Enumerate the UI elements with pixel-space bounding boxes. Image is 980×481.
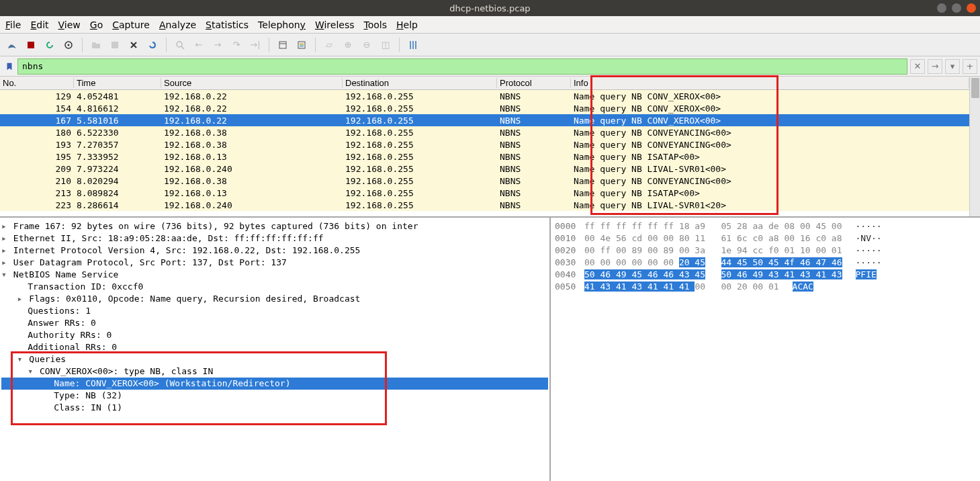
tree-query1[interactable]: ▾ CONV_XEROX<00>: type NB, class IN: [1, 365, 548, 378]
tree-additional[interactable]: Additional RRs: 0: [1, 341, 548, 353]
window-title: dhcp-netbios.pcap: [449, 3, 530, 13]
tree-txid[interactable]: Transaction ID: 0xccf0: [1, 281, 548, 293]
menu-statistics[interactable]: Statistics: [206, 19, 249, 30]
close-file-icon[interactable]: [126, 37, 142, 53]
shark-fin-icon[interactable]: [4, 37, 20, 53]
col-header-dest[interactable]: Destination: [343, 78, 497, 88]
bytes-row[interactable]: 005041 43 41 43 41 41 41 00 00 20 00 01A…: [555, 281, 976, 293]
table-row[interactable]: 1937.270357192.168.0.38192.168.0.255NBNS…: [0, 138, 969, 150]
colorize-icon[interactable]: ▱: [321, 37, 337, 53]
maximize-button[interactable]: [952, 3, 961, 13]
table-row[interactable]: 1957.333952192.168.0.13192.168.0.255NBNS…: [0, 150, 969, 163]
tree-eth[interactable]: ▸ Ethernet II, Src: 18:a9:05:28:aa:de, D…: [1, 232, 548, 245]
tree-frame[interactable]: ▸ Frame 167: 92 bytes on wire (736 bits)…: [1, 220, 548, 232]
goto-icon[interactable]: →|: [247, 37, 263, 53]
packet-bytes-pane[interactable]: 0000ff ff ff ff ff ff 18 a9 05 28 aa de …: [551, 218, 980, 481]
packet-details-pane[interactable]: ▸ Frame 167: 92 bytes on wire (736 bits)…: [0, 218, 551, 481]
tree-ip[interactable]: ▸ Internet Protocol Version 4, Src: 192.…: [1, 245, 548, 257]
tree-udp[interactable]: ▸ User Datagram Protocol, Src Port: 137,…: [1, 257, 548, 269]
menu-file[interactable]: File: [5, 19, 21, 30]
menu-analyze[interactable]: Analyze: [159, 19, 196, 30]
zoom-out-icon[interactable]: ⊖: [359, 37, 375, 53]
tree-name[interactable]: Name: CONV_XEROX<00> (Workstation/Redire…: [1, 378, 548, 390]
packet-list-scrollbar[interactable]: [969, 77, 980, 216]
find-icon[interactable]: [172, 37, 188, 53]
svg-point-2: [68, 44, 70, 46]
table-row[interactable]: 2108.020294192.168.0.38192.168.0.255NBNS…: [0, 175, 969, 187]
tree-class[interactable]: Class: IN (1): [1, 402, 548, 414]
filter-bar: ✕ → ▾ +: [0, 56, 980, 77]
back-icon[interactable]: ←: [191, 37, 207, 53]
open-icon[interactable]: [88, 37, 104, 53]
menu-view[interactable]: View: [58, 19, 81, 30]
filter-clear-button[interactable]: ✕: [910, 59, 925, 74]
filter-add-button[interactable]: +: [963, 59, 977, 74]
menubar: File Edit View Go Capture Analyze Statis…: [0, 16, 980, 34]
menu-telephony[interactable]: Telephony: [258, 19, 306, 30]
tree-flags[interactable]: ▸ Flags: 0x0110, Opcode: Name query, Rec…: [1, 293, 548, 305]
tree-type[interactable]: Type: NB (32): [1, 390, 548, 402]
packet-list-pane: No. Time Source Destination Protocol Inf…: [0, 77, 980, 218]
svg-rect-6: [279, 42, 286, 48]
table-row[interactable]: 2138.089824192.168.0.13192.168.0.255NBNS…: [0, 187, 969, 199]
col-header-source[interactable]: Source: [161, 78, 343, 88]
svg-rect-0: [28, 42, 34, 48]
tree-answer[interactable]: Answer RRs: 0: [1, 317, 548, 329]
packet-list-header[interactable]: No. Time Source Destination Protocol Inf…: [0, 77, 969, 90]
forward-icon[interactable]: →: [210, 37, 226, 53]
stop-capture-icon[interactable]: [23, 37, 39, 53]
auto-scroll-icon[interactable]: [294, 37, 310, 53]
titlebar: dhcp-netbios.pcap: [0, 0, 980, 16]
svg-point-4: [177, 42, 182, 47]
table-row[interactable]: 1544.816612192.168.0.22192.168.0.255NBNS…: [0, 102, 969, 114]
bytes-row[interactable]: 001000 4e 56 cd 00 00 80 11 61 6c c0 a8 …: [555, 232, 976, 245]
menu-edit[interactable]: Edit: [30, 19, 48, 30]
bookmark-icon[interactable]: [3, 59, 16, 74]
tree-questions[interactable]: Questions: 1: [1, 305, 548, 317]
bytes-row[interactable]: 004050 46 49 45 46 46 43 45 50 46 49 43 …: [555, 269, 976, 281]
table-row[interactable]: 1294.052481192.168.0.22192.168.0.255NBNS…: [0, 90, 969, 102]
jump-icon[interactable]: ↷: [228, 37, 244, 53]
options-icon[interactable]: [60, 37, 77, 53]
table-row[interactable]: 1675.581016192.168.0.22192.168.0.255NBNS…: [0, 114, 969, 126]
reload-icon[interactable]: [144, 37, 161, 53]
menu-go[interactable]: Go: [90, 19, 103, 30]
tree-queries[interactable]: ▾ Queries: [1, 353, 548, 365]
svg-line-5: [181, 46, 184, 49]
filter-apply-button[interactable]: →: [928, 59, 942, 74]
zoom-in-icon[interactable]: ⊕: [340, 37, 356, 53]
bytes-row[interactable]: 002000 ff 00 89 00 89 00 3a 1e 94 cc f0 …: [555, 245, 976, 257]
restart-icon[interactable]: [42, 37, 58, 53]
menu-help[interactable]: Help: [396, 19, 418, 30]
table-row[interactable]: 2238.286614192.168.0.240192.168.0.255NBN…: [0, 199, 969, 211]
first-packet-icon[interactable]: [275, 37, 291, 53]
table-row[interactable]: 1806.522330192.168.0.38192.168.0.255NBNS…: [0, 126, 969, 138]
menu-wireless[interactable]: Wireless: [315, 19, 355, 30]
filter-dropdown-button[interactable]: ▾: [945, 59, 960, 74]
menu-capture[interactable]: Capture: [112, 19, 150, 30]
col-header-no[interactable]: No.: [0, 78, 74, 88]
save-icon[interactable]: [107, 37, 123, 53]
toolbar: ← → ↷ →| ▱ ⊕ ⊖ ◫: [0, 34, 980, 56]
tree-nbns[interactable]: ▾ NetBIOS Name Service: [1, 269, 548, 281]
close-button[interactable]: [967, 3, 976, 13]
menu-tools[interactable]: Tools: [364, 19, 388, 30]
resize-columns-icon[interactable]: [405, 37, 421, 53]
bytes-row[interactable]: 0000ff ff ff ff ff ff 18 a9 05 28 aa de …: [555, 220, 976, 232]
table-row[interactable]: 2097.973224192.168.0.240192.168.0.255NBN…: [0, 163, 969, 175]
svg-rect-3: [112, 42, 118, 48]
col-header-info[interactable]: Info: [571, 78, 969, 88]
bytes-row[interactable]: 003000 00 00 00 00 00 20 45 44 45 50 45 …: [555, 257, 976, 269]
zoom-reset-icon[interactable]: ◫: [377, 37, 394, 53]
minimize-button[interactable]: [937, 3, 946, 13]
col-header-proto[interactable]: Protocol: [497, 78, 571, 88]
tree-authority[interactable]: Authority RRs: 0: [1, 329, 548, 341]
display-filter-input[interactable]: [17, 58, 907, 75]
col-header-time[interactable]: Time: [74, 78, 161, 88]
